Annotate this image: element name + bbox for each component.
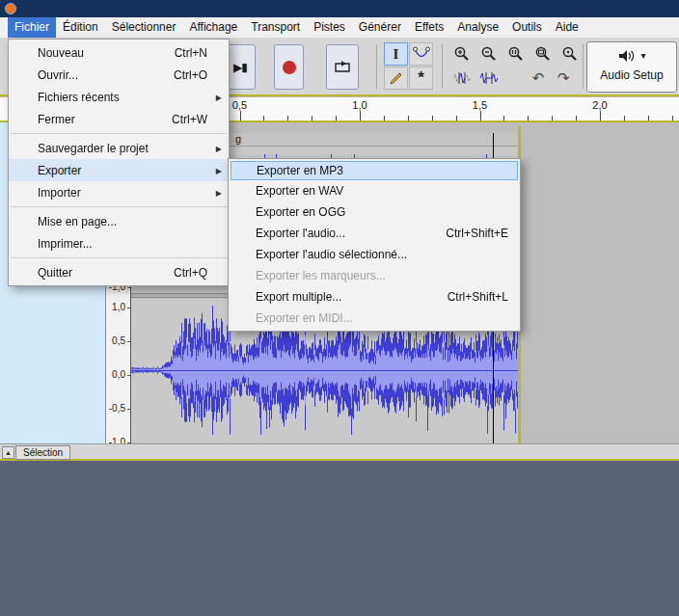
menu-item-mise-en-page[interactable]: Mise en page...: [9, 210, 229, 232]
timeline-tick: [600, 111, 601, 121]
timeline-tick: [456, 116, 457, 121]
timeline-tick: [480, 111, 481, 121]
export-submenu: Exporter en MP3 Exporter en WAV Exporter…: [228, 158, 521, 332]
selection-tool-button[interactable]: I: [384, 42, 408, 66]
zoom-out-icon: [480, 45, 498, 63]
timeline-tick: [336, 116, 337, 121]
menu-item-imprimer[interactable]: Imprimer...: [9, 232, 229, 254]
menu-item-fichiers-recents[interactable]: Fichiers récents▶: [9, 86, 229, 108]
timeline-tick: [648, 116, 649, 121]
toolbar-separator: [583, 44, 584, 89]
audio-setup-button[interactable]: ▾ Audio Setup: [586, 41, 677, 93]
audacity-window: Fichier Édition Sélectionner Affichage T…: [0, 0, 679, 461]
multi-tool-icon: *: [418, 68, 424, 88]
menu-item-quitter[interactable]: QuitterCtrl+Q: [9, 261, 229, 283]
menubar-item-aide[interactable]: Aide: [549, 17, 585, 38]
scale-tick: [127, 375, 130, 376]
scale-label: 0,0: [112, 369, 125, 380]
scale-label: 0,5: [112, 335, 125, 346]
ibeam-icon: I: [394, 46, 399, 63]
menu-item-exporter-en-midi: Exporter en MIDI...: [229, 308, 520, 329]
silence-audio-icon: [479, 71, 499, 85]
multi-tool-button[interactable]: *: [409, 67, 433, 90]
selection-toolbar-label[interactable]: Sélection: [15, 445, 70, 460]
titlebar[interactable]: [0, 0, 679, 17]
clip-name: g: [235, 133, 241, 146]
timeline-tick: [312, 116, 312, 121]
record-icon: [283, 61, 296, 74]
redo-button[interactable]: ↷: [552, 67, 575, 90]
toolbar-collapse-button[interactable]: ▲: [2, 446, 14, 459]
zoom-in-button[interactable]: [449, 42, 475, 66]
timeline-label: 2,0: [592, 99, 607, 111]
menubar-item-analyse[interactable]: Analyse: [450, 17, 505, 38]
dropdown-icon: ▾: [640, 50, 645, 61]
app-icon: [5, 3, 16, 14]
envelope-tool-button[interactable]: [409, 42, 433, 66]
menu-separator: [11, 206, 227, 207]
menubar-item-effets[interactable]: Effets: [408, 17, 450, 38]
fit-selection-button[interactable]: [503, 42, 529, 66]
fit-project-button[interactable]: [530, 42, 556, 66]
menu-item-nouveau[interactable]: NouveauCtrl+N: [9, 41, 229, 64]
trim-audio-button[interactable]: [449, 67, 475, 90]
menu-item-sauvegarder-le-projet[interactable]: Sauvegarder le projet▶: [9, 137, 229, 159]
zoom-toggle-icon: [561, 45, 579, 63]
timeline-tick: [503, 116, 504, 121]
menubar-item-transport[interactable]: Transport: [244, 17, 307, 38]
draw-tool-button[interactable]: [384, 67, 408, 90]
screen: Fichier Édition Sélectionner Affichage T…: [0, 0, 679, 616]
zoom-out-button[interactable]: [476, 42, 502, 66]
menu-item-importer[interactable]: Importer▶: [9, 181, 229, 203]
collapse-icon: ▲: [5, 449, 12, 456]
menubar-item-selectionner[interactable]: Sélectionner: [105, 17, 183, 38]
menu-item-exporter-les-marqueurs: Exporter les marqueurs...: [229, 265, 520, 286]
menu-item-exporter-laudio[interactable]: Exporter l'audio...Ctrl+Shift+E: [229, 223, 520, 244]
menu-item-ouvrir[interactable]: Ouvrir...Ctrl+O: [9, 64, 229, 86]
undo-icon: ↶: [532, 69, 545, 87]
menu-item-exporter-laudio-selectionne[interactable]: Exporter l'audio sélectionné...: [229, 244, 520, 265]
scale-tick: [127, 341, 130, 342]
menu-item-exporter[interactable]: Exporter▶: [9, 159, 229, 181]
menubar-item-affichage[interactable]: Affichage: [182, 17, 244, 38]
speaker-icon: [617, 48, 637, 64]
timeline-tick: [240, 111, 241, 121]
timeline-label: 1,5: [473, 99, 487, 111]
timeline-tick: [360, 111, 361, 121]
record-button[interactable]: [274, 44, 304, 90]
scale-tick: [127, 287, 130, 288]
menubar-item-outils[interactable]: Outils: [505, 17, 549, 38]
menu-item-export-multiple[interactable]: Export multiple...Ctrl+Shift+L: [229, 286, 520, 308]
menu-item-exporter-en-mp3[interactable]: Exporter en MP3: [231, 161, 518, 180]
submenu-arrow-icon: ▶: [216, 144, 222, 152]
zoom-in-icon: [453, 45, 471, 63]
fit-project-icon: [534, 45, 552, 63]
loop-button[interactable]: [326, 44, 359, 90]
menubar-item-pistes[interactable]: Pistes: [307, 17, 352, 38]
menu-item-exporter-en-ogg[interactable]: Exporter en OGG: [229, 201, 520, 223]
zoom-toggle-button[interactable]: [557, 42, 583, 66]
menu-item-fermer[interactable]: FermerCtrl+W: [9, 108, 229, 130]
audio-setup-label: Audio Setup: [587, 68, 676, 82]
undo-button[interactable]: ↶: [527, 67, 550, 90]
envelope-icon: [413, 45, 430, 63]
timeline-tick: [624, 116, 625, 121]
pencil-icon: [389, 70, 404, 86]
menubar-item-generer[interactable]: Générer: [352, 17, 408, 38]
submenu-arrow-icon: ▶: [216, 93, 222, 101]
redo-icon: ↷: [557, 69, 570, 87]
timeline-tick: [263, 116, 264, 121]
menubar-item-fichier[interactable]: Fichier: [8, 17, 56, 38]
menu-separator: [11, 133, 227, 134]
menu-item-exporter-en-wav[interactable]: Exporter en WAV: [229, 180, 520, 201]
timeline-label: 1,0: [352, 99, 367, 111]
toolbar-separator: [376, 44, 377, 89]
menubar: Fichier Édition Sélectionner Affichage T…: [0, 17, 679, 39]
menubar-item-edition[interactable]: Édition: [56, 17, 105, 38]
timeline-tick: [672, 116, 673, 121]
file-menu: NouveauCtrl+N Ouvrir...Ctrl+O Fichiers r…: [8, 39, 230, 286]
skip-to-end-icon: ▶▮: [233, 61, 247, 74]
silence-audio-button[interactable]: [476, 67, 502, 90]
timeline-tick: [287, 116, 288, 121]
trim-audio-icon: [452, 71, 472, 85]
